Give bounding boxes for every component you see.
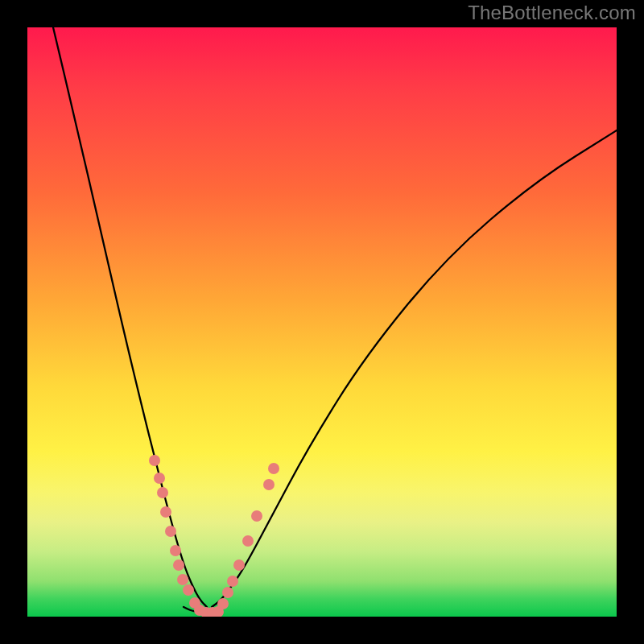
- marker-dot: [165, 526, 176, 537]
- marker-dot: [251, 510, 262, 522]
- curve-right-branch: [212, 130, 617, 607]
- chart-frame: TheBottleneck.com: [0, 0, 644, 644]
- marker-dot: [157, 487, 168, 498]
- marker-dot: [222, 587, 233, 598]
- marker-dot: [233, 559, 245, 571]
- marker-group: [149, 455, 279, 617]
- marker-dot: [183, 584, 194, 596]
- marker-dot: [263, 479, 275, 490]
- curve-left-branch: [53, 27, 207, 607]
- marker-dot: [160, 506, 171, 518]
- marker-dot: [173, 559, 184, 571]
- marker-dot: [177, 574, 188, 585]
- marker-dot: [242, 535, 254, 547]
- watermark-text: TheBottleneck.com: [468, 2, 636, 24]
- marker-dot: [170, 545, 181, 556]
- marker-dot: [268, 463, 279, 474]
- marker-dot: [154, 473, 165, 484]
- marker-dot: [217, 598, 229, 609]
- curve-layer: [27, 27, 617, 617]
- marker-dot: [227, 576, 238, 587]
- plot-area: [27, 27, 617, 617]
- marker-dot: [149, 455, 160, 466]
